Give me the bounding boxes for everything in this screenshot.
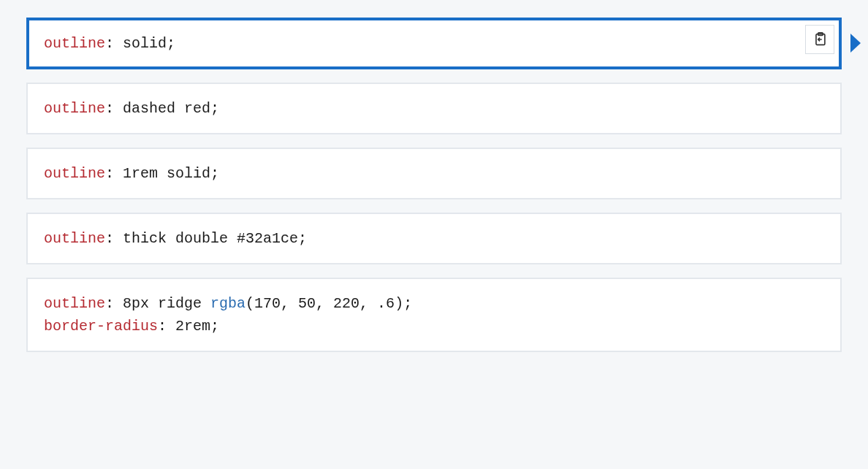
code-example-1[interactable]: outline: dashed red; [26,83,842,134]
code-token: ) [395,295,403,312]
copy-button[interactable] [805,25,834,54]
code-example-2[interactable]: outline: 1rem solid; [26,148,842,199]
code-token: 8px ridge [123,295,210,312]
code-token: ; [210,165,219,182]
code-example-0[interactable]: outline: solid; [26,18,842,69]
code-token: solid [123,35,167,52]
code-token: : [105,165,123,182]
code-token: : [105,100,123,117]
run-button[interactable] [850,34,861,53]
code-token: border-radius [44,318,158,335]
code-line: outline: 8px ridge rgba(170, 50, 220, .6… [44,292,824,315]
code-token: : [105,230,123,247]
code-example-4[interactable]: outline: 8px ridge rgba(170, 50, 220, .6… [26,278,842,352]
code-line: border-radius: 2rem; [44,315,824,338]
code-token: ; [210,100,219,117]
code-token: outline [44,230,105,247]
code-token: : [158,318,175,335]
code-example-3[interactable]: outline: thick double #32a1ce; [26,213,842,264]
code-line: outline: thick double #32a1ce; [44,227,824,250]
code-line: outline: solid; [44,32,824,55]
code-token: 1rem solid [123,165,210,182]
code-token: ; [403,295,412,312]
code-token: ; [210,318,219,335]
code-token: outline [44,295,105,312]
code-token: ; [298,230,307,247]
code-token: outline [44,165,105,182]
code-token: dashed red [123,100,210,117]
code-token: : [105,295,123,312]
code-token: ( [245,295,254,312]
code-line: outline: 1rem solid; [44,162,824,185]
clipboard-icon [812,31,828,47]
code-token: thick double #32a1ce [123,230,298,247]
code-token: : [105,35,123,52]
code-token: outline [44,100,105,117]
code-token: 2rem [175,318,210,335]
code-token: ; [167,35,175,52]
code-token: rgba [210,295,245,312]
code-token: outline [44,35,105,52]
code-token: 170, 50, 220, .6 [254,295,395,312]
code-line: outline: dashed red; [44,97,824,120]
